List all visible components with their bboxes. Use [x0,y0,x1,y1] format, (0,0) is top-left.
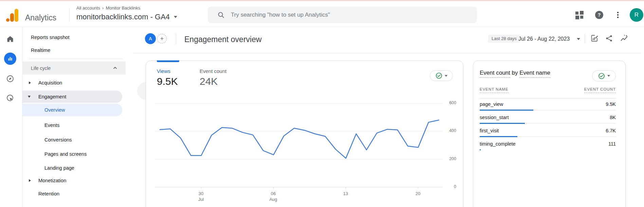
check-circle-icon [436,72,442,79]
sidebar-item-retention[interactable]: Retention [22,188,126,200]
report-collection-badge[interactable]: A [145,33,156,44]
event-count-by-event-name-card: Event count by Event name EVENT NAME EVE… [473,60,626,207]
table-header-row: EVENT NAME EVENT COUNT [480,87,616,93]
user-avatar[interactable]: R [630,8,643,22]
search-input[interactable] [231,12,435,18]
dropdown-caret-icon [445,75,447,77]
event-name[interactable]: first_visit [480,128,499,133]
table-row[interactable]: page_view 9.5K [480,98,616,112]
y-tick-label: 400 [443,128,456,133]
add-comparison-button[interactable]: + [157,34,167,43]
more-options-icon[interactable] [615,11,621,19]
apps-grid-icon[interactable] [575,11,584,19]
sidebar-item-label: Reports snapshot [31,35,70,40]
page-title: Engagement overview [184,34,262,45]
table-row[interactable]: timing_complete 111 [480,138,616,151]
views-line-chart[interactable] [155,92,442,190]
table-row[interactable]: first_visit 6.7K [480,125,616,138]
sidebar-item-landing-page[interactable]: Landing page [22,162,126,174]
section-label: Life cycle [31,65,51,71]
product-name: Analytics [25,13,56,22]
event-count: 111 [608,141,616,147]
value-bar [480,109,616,110]
value-bar [480,149,616,150]
sidebar-item-monetization[interactable]: Monetization [22,174,126,187]
breadcrumb-account[interactable]: Monitor Backlinks [106,5,140,11]
search-icon [217,11,225,19]
event-name[interactable]: session_start [480,115,509,120]
sidebar-item-label: Engagement [38,94,66,99]
event-name[interactable]: page_view [480,101,503,107]
header-vertical-divider [585,34,585,43]
date-range-value[interactable]: Jul 26 - Aug 22, 2023 [518,35,570,43]
metric-tab-views[interactable]: Views [157,68,170,74]
sidebar-section-life-cycle[interactable]: Life cycle [22,61,126,75]
event-name[interactable]: timing_complete [480,141,516,147]
title-metric[interactable]: Event count [480,70,510,78]
property-name[interactable]: monitorbacklinks.com - GA4 [76,13,170,21]
sidebar-divider [29,59,123,59]
column-header-event-count[interactable]: EVENT COUNT [584,87,616,93]
explore-icon[interactable] [6,75,14,83]
header-divider [69,8,70,22]
logo-bar-tall [15,9,18,22]
table-row[interactable]: session_start 8K [480,112,616,125]
edit-comparisons-icon[interactable] [590,34,599,43]
sidebar-item-engagement[interactable]: Engagement [22,91,122,103]
x-tick-label: 20 [410,191,425,196]
expand-arrow-icon[interactable] [29,81,31,84]
chevron-up-icon[interactable] [113,65,117,70]
collapse-arrow-icon[interactable] [28,96,31,98]
analytics-logo-icon[interactable] [6,8,19,22]
sidebar-item-label: Pages and screens [44,151,87,157]
title-dimension[interactable]: Event name [519,70,550,78]
expand-arrow-icon[interactable] [29,179,31,182]
sidebar-item-label: Events [44,123,59,128]
sidebar-item-label: Overview [44,107,65,113]
metric-tab-event-count[interactable]: Event count [200,68,226,74]
x-tick-label: Aug [266,197,281,202]
breadcrumb-separator-icon: › [102,5,104,11]
search-bar[interactable] [208,6,477,23]
data-quality-dropdown[interactable] [430,70,453,81]
y-tick-label: 600 [443,100,456,105]
sidebar-item-conversions[interactable]: Conversions [22,134,126,146]
sidebar-item-events[interactable]: Events [22,119,126,131]
sidebar-item-label: Acquisition [38,80,62,86]
views-line [160,120,439,158]
logo-bar-mid [10,13,14,22]
data-quality-dropdown[interactable] [592,70,616,81]
sidebar-item-overview[interactable]: Overview [22,104,122,116]
sidebar-item-acquisition[interactable]: Acquisition [22,77,126,89]
sidebar-item-reports-snapshot[interactable]: Reports snapshot [22,31,126,43]
value-bar [480,136,616,137]
sidebar-item-realtime[interactable]: Realtime [22,44,126,56]
property-selector[interactable]: monitorbacklinks.com - GA4 [76,13,177,21]
advertising-icon[interactable] [6,94,14,102]
column-header-event-name[interactable]: EVENT NAME [480,87,509,93]
app-bar: Analytics All accounts › Monitor Backlin… [0,1,644,27]
card-title: Event count by Event name [480,70,550,76]
event-count: 8K [610,115,616,120]
logo-dot [6,18,10,22]
sidebar-item-label: Monetization [38,178,66,183]
sidebar-item-label: Conversions [44,137,72,143]
views-over-time-card: Views 9.5K Event count 24K 600 400 200 0… [146,60,463,207]
metric-value-event-count: 24K [200,76,218,87]
sidebar-item-pages-and-screens[interactable]: Pages and screens [22,148,126,160]
event-count: 9.5K [606,101,616,107]
home-icon[interactable] [6,35,14,43]
reports-icon[interactable] [4,53,16,65]
insights-icon[interactable] [620,34,629,43]
breadcrumb[interactable]: All accounts › Monitor Backlinks [76,5,140,11]
share-icon[interactable] [605,34,613,43]
sidebar-item-label: Realtime [31,48,50,53]
x-tick-label: 30 [194,191,208,196]
header-vertical-divider [176,33,176,44]
date-range-caret-icon[interactable] [577,38,580,40]
y-tick-label: 0 [443,184,456,189]
bar-chart-glyph [7,55,14,62]
metric-value-views: 9.5K [157,76,178,87]
help-icon[interactable]: ? [595,11,603,19]
breadcrumb-root[interactable]: All accounts [76,5,100,11]
